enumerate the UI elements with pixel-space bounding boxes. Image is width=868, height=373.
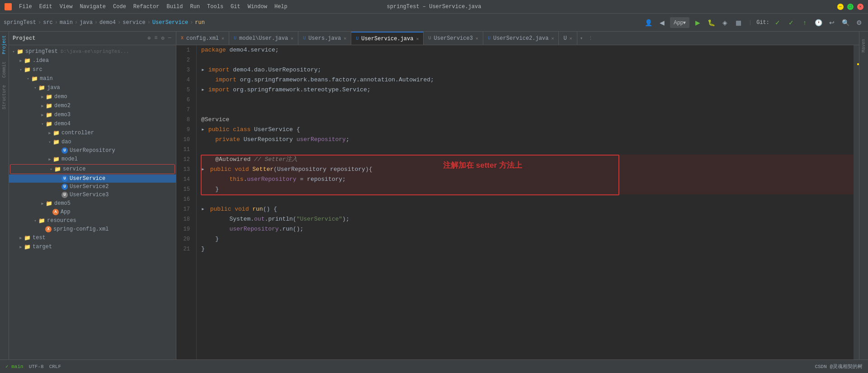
tree-java[interactable]: ▾ 📁 java bbox=[9, 83, 176, 92]
panel-sync-icon[interactable]: ⊕ bbox=[146, 34, 151, 42]
panel-collapse-icon[interactable]: ≡ bbox=[153, 34, 158, 42]
git-check1[interactable]: ✓ bbox=[772, 17, 783, 28]
breadcrumb-springtest[interactable]: springTest bbox=[4, 19, 36, 26]
menu-navigate[interactable]: Navigate bbox=[77, 3, 108, 11]
search-button[interactable]: 🔍 bbox=[840, 17, 851, 28]
line-21: 21 bbox=[176, 244, 193, 254]
close-button[interactable]: ✕ bbox=[857, 4, 863, 10]
tree-demo4[interactable]: ▾ 📁 demo4 bbox=[9, 119, 176, 128]
window-controls[interactable]: ─ □ ✕ bbox=[837, 4, 863, 10]
menu-run[interactable]: Run bbox=[187, 3, 203, 11]
commit-tab[interactable]: Commit bbox=[0, 58, 8, 81]
app-dropdown[interactable]: App ▾ bbox=[670, 17, 689, 28]
run-button[interactable]: ▶ bbox=[692, 17, 703, 28]
tab-config-xml-close[interactable]: ✕ bbox=[222, 36, 224, 41]
menu-refactor[interactable]: Refactor bbox=[131, 3, 162, 11]
maven-tab[interactable]: Maven bbox=[860, 35, 868, 56]
tabs-bar[interactable]: X config.xml ✕ U model\User.java ✕ U Use… bbox=[176, 32, 859, 45]
tree-demo5[interactable]: ▶ 📁 demo5 bbox=[9, 199, 176, 208]
panel-close-icon[interactable]: ─ bbox=[167, 34, 172, 42]
structure-tab[interactable]: Structure bbox=[0, 81, 8, 113]
tab-userservice3-close[interactable]: ✕ bbox=[476, 36, 478, 41]
tree-userservice[interactable]: U UserService bbox=[9, 175, 176, 183]
menu-code[interactable]: Code bbox=[110, 3, 129, 11]
undo-button[interactable]: ↩ bbox=[826, 17, 837, 28]
tree-controller[interactable]: ▶ 📁 controller bbox=[9, 128, 176, 137]
tree-springconfig[interactable]: X spring-config.xml bbox=[9, 225, 176, 233]
breadcrumb-java[interactable]: java bbox=[80, 19, 93, 26]
tab-user-java-close[interactable]: ✕ bbox=[291, 36, 293, 41]
tab-userservice2-java[interactable]: U UserService2.java ✕ bbox=[483, 32, 559, 45]
menu-view[interactable]: View bbox=[57, 3, 75, 11]
maximize-button[interactable]: □ bbox=[847, 4, 854, 10]
settings-button[interactable]: ⚙ bbox=[854, 17, 864, 28]
tab-u[interactable]: U ✕ bbox=[559, 32, 577, 45]
tree-main[interactable]: ▾ 📁 main bbox=[9, 74, 176, 83]
tab-userservice-java-close[interactable]: ✕ bbox=[416, 36, 419, 42]
tree-userservice2[interactable]: U UserService2 bbox=[9, 183, 176, 191]
tab-userservice2-java-close[interactable]: ✕ bbox=[551, 36, 554, 41]
breadcrumb-src[interactable]: src bbox=[43, 19, 53, 26]
model-label: model bbox=[61, 156, 78, 162]
tab-userservice3[interactable]: U UserService3 ✕ bbox=[424, 32, 483, 45]
panel-header-icons[interactable]: ⊕ ≡ ⚙ ─ bbox=[146, 34, 172, 42]
menu-git[interactable]: Git bbox=[228, 3, 243, 11]
breadcrumb-demo4[interactable]: demo4 bbox=[99, 19, 116, 26]
code-editor[interactable]: package demo4.service; ▸ import demo4.da… bbox=[197, 45, 854, 359]
tree-idea[interactable]: ▶ 📁 .idea bbox=[9, 56, 176, 65]
tree-userservice3[interactable]: U UserService3 bbox=[9, 191, 176, 199]
menu-edit[interactable]: Edit bbox=[37, 3, 55, 11]
menu-build[interactable]: Build bbox=[164, 3, 185, 11]
menu-tools[interactable]: Tools bbox=[204, 3, 226, 11]
tree-demo3[interactable]: ▶ 📁 demo3 bbox=[9, 110, 176, 119]
menu-help[interactable]: Help bbox=[272, 3, 290, 11]
git-check2[interactable]: ✓ bbox=[786, 17, 797, 28]
breadcrumb[interactable]: springTest › src › main › java › demo4 ›… bbox=[4, 19, 205, 26]
tree-model[interactable]: ▶ 📁 model bbox=[9, 155, 176, 164]
tree-resources[interactable]: ▾ 📁 resources bbox=[9, 216, 176, 225]
code-container[interactable]: 1 2 3 4 5 6 7 8 9 10 11 12 13 14 15 16 1 bbox=[176, 45, 859, 359]
profile-button[interactable]: ◈ bbox=[719, 17, 730, 28]
tab-config-xml[interactable]: X config.xml ✕ bbox=[176, 32, 229, 45]
git-history[interactable]: 🕐 bbox=[813, 17, 824, 28]
tab-users-java[interactable]: U Users.java ✕ bbox=[298, 32, 351, 45]
project-tab[interactable]: Project bbox=[0, 32, 8, 58]
tab-users-java-close[interactable]: ✕ bbox=[344, 36, 346, 41]
breadcrumb-main[interactable]: main bbox=[60, 19, 73, 26]
tree-app[interactable]: A App bbox=[9, 208, 176, 216]
tabs-menu[interactable]: ⋮ bbox=[585, 32, 596, 45]
coverage-button[interactable]: ▦ bbox=[733, 17, 744, 28]
breadcrumb-service[interactable]: service bbox=[123, 19, 145, 26]
tree-demo2[interactable]: ▶ 📁 demo2 bbox=[9, 101, 176, 110]
tab-userservice-java[interactable]: U UserService.java ✕ bbox=[351, 32, 424, 45]
git-push[interactable]: ↑ bbox=[799, 17, 810, 28]
tree-service[interactable]: ▾ 📁 service bbox=[10, 165, 175, 174]
minimize-button[interactable]: ─ bbox=[837, 4, 844, 10]
breadcrumb-userservice[interactable]: UserService bbox=[152, 19, 188, 26]
status-encoding: UTF-8 bbox=[29, 364, 44, 369]
panel-settings-icon[interactable]: ⚙ bbox=[160, 34, 165, 42]
menu-file[interactable]: File bbox=[16, 3, 35, 11]
tree-root[interactable]: ▾ 📁 springTest D:\java-ee\springTes... bbox=[9, 47, 176, 56]
line-13: 13 bbox=[176, 165, 193, 175]
tree-demo[interactable]: ▶ 📁 demo bbox=[9, 92, 176, 101]
tab-u-close[interactable]: ✕ bbox=[570, 36, 572, 41]
tabs-overflow[interactable]: ▾ bbox=[577, 32, 586, 45]
toolbar-actions[interactable]: 👤 ◀ App ▾ ▶ 🐛 ◈ ▦ | Git: ✓ ✓ ↑ 🕐 ↩ 🔍 ⚙ bbox=[643, 17, 864, 28]
breadcrumb-run[interactable]: run bbox=[195, 19, 205, 26]
userrepository-label: UserRepository bbox=[70, 147, 115, 154]
tab-user-java[interactable]: U model\User.java ✕ bbox=[229, 32, 298, 45]
tree-target[interactable]: ▶ 📁 target bbox=[9, 242, 176, 251]
vcs-button[interactable]: 👤 bbox=[643, 17, 654, 28]
tree-dao[interactable]: ▾ 📁 dao bbox=[9, 137, 176, 146]
menu-window[interactable]: Window bbox=[245, 3, 270, 11]
tree-test[interactable]: ▶ 📁 test bbox=[9, 233, 176, 242]
panel-title: Project bbox=[13, 35, 35, 42]
tree-src[interactable]: ▾ 📁 src bbox=[9, 65, 176, 74]
status-git: ✓ main bbox=[5, 364, 24, 369]
back-button[interactable]: ◀ bbox=[656, 17, 667, 28]
error-marker bbox=[857, 63, 859, 65]
scroll-indicator[interactable] bbox=[854, 45, 859, 359]
debug-button[interactable]: 🐛 bbox=[706, 17, 717, 28]
tree-userrepository[interactable]: U UserRepository bbox=[9, 146, 176, 155]
